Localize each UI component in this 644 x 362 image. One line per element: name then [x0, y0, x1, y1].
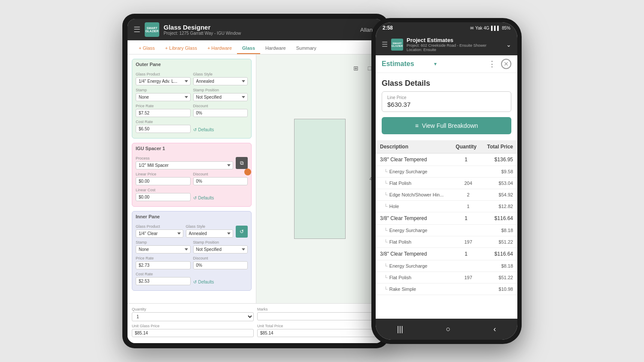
- table-cell-quantity: 204: [451, 178, 481, 189]
- line-price-box: Line Price $630.37: [382, 91, 511, 112]
- table-row: └Flat Polish197$51.22: [376, 272, 517, 284]
- table-cell-description: └Flat Polish: [376, 178, 451, 189]
- spacer-discount-field: Discount: [193, 172, 248, 185]
- table-row: └Energy Surcharge$8.18: [376, 225, 517, 236]
- spacer-discount-input[interactable]: [193, 177, 248, 185]
- outer-glass-style-label: Glass Style: [193, 72, 248, 76]
- inner-price-rate-label: Price Rate: [136, 256, 191, 260]
- bottom-unit-glass-input[interactable]: [132, 329, 254, 337]
- inner-price-rate-input[interactable]: [136, 261, 191, 269]
- bottom-marks-input[interactable]: [257, 312, 379, 320]
- tablet-app-title: Glass Designer Project: 1275 Garratt Way…: [164, 24, 356, 36]
- table-row: └Rake Simple$10.98: [376, 284, 517, 295]
- outer-glass-product-select[interactable]: 1/4" Energy Adv. L...: [136, 77, 191, 85]
- outer-cost-rate-input[interactable]: [136, 125, 191, 133]
- phone-app-header: ☰ SMART GLAZIER Project Estimates Projec…: [376, 33, 517, 55]
- breakdown-list-icon: ≡: [415, 122, 419, 129]
- spacer-process-select[interactable]: 1/2" Mill Spacer: [136, 161, 233, 169]
- tab-hardware[interactable]: Hardware: [260, 43, 291, 54]
- table-cell-quantity: 1: [451, 154, 481, 166]
- bottom-row-2: Unit Glass Price Unit Total Price: [132, 324, 379, 337]
- outer-stamp-select[interactable]: None: [136, 93, 191, 101]
- hamburger-icon[interactable]: ☰: [134, 25, 140, 34]
- table-cell-quantity: 1: [451, 201, 481, 212]
- spacer-linear-price-label: Linear Price: [136, 172, 191, 176]
- col-description-header: Description: [376, 140, 451, 154]
- close-button[interactable]: ✕: [501, 59, 511, 69]
- tablet-right-panel: ⊞ □ 46: [256, 54, 383, 303]
- table-cell-quantity: [451, 166, 481, 178]
- spacer-linear-price-input[interactable]: [136, 177, 191, 185]
- toolbar-dots-icon[interactable]: ⋮: [488, 59, 496, 69]
- tablet-content: Outer Pane Glass Product 1/4" Energy Adv…: [128, 54, 383, 303]
- glass-preview: [294, 119, 346, 239]
- glass-details-title: Glass Details: [382, 79, 511, 88]
- app-main-title: Glass Designer: [164, 24, 356, 31]
- bottom-unit-total-input[interactable]: [257, 329, 379, 337]
- outer-stamp-label: Stamp: [136, 88, 191, 92]
- outer-price-rate-field: Price Rate: [136, 104, 191, 117]
- inner-price-row: Price Rate Discount: [136, 256, 248, 269]
- table-row: └Flat Polish197$51.22: [376, 236, 517, 248]
- bottom-quantity-label: Quantity: [132, 307, 254, 311]
- table-row: 3/8" Clear Tempered1$116.64: [376, 212, 517, 225]
- inner-glass-style-field: Glass Style Annealed: [186, 224, 234, 238]
- tab-glass-1[interactable]: + Glass: [134, 43, 160, 54]
- inner-glass-product-select[interactable]: 1/4" Clear: [136, 229, 183, 238]
- igu-spacer-header: IGU Spacer 1: [132, 143, 251, 154]
- tab-summary[interactable]: Summary: [291, 43, 322, 54]
- copy-icon[interactable]: ⧉: [236, 157, 248, 169]
- bottom-quantity-select[interactable]: 1: [132, 312, 254, 321]
- nav-bar-back-button[interactable]: ‹: [485, 323, 504, 335]
- inner-stamp-field: Stamp None: [136, 240, 191, 253]
- phone-status-bar: 2:58 ✉ Yak 4G ▌▌▌ 85%: [376, 22, 517, 33]
- inner-defaults-button[interactable]: ↺ Defaults: [193, 279, 214, 285]
- tab-library-glass[interactable]: + Library Glass: [160, 43, 202, 54]
- spacer-linear-cost-field: Linear Cost: [136, 188, 191, 201]
- outer-glass-style-select[interactable]: Annealed: [193, 77, 248, 85]
- outer-pane-header: Outer Pane: [132, 59, 251, 69]
- inner-glass-style-label: Glass Style: [186, 224, 234, 229]
- outer-defaults-button[interactable]: ↺ Defaults: [193, 127, 214, 133]
- inner-cost-rate-input[interactable]: [136, 277, 191, 285]
- outer-stamp-field: Stamp None: [136, 88, 191, 101]
- spacer-linear-cost-input[interactable]: [136, 193, 191, 201]
- view-breakdown-button[interactable]: ≡ View Full Breakdown: [382, 117, 511, 134]
- phone-header-chevron-icon[interactable]: ⌄: [506, 41, 511, 48]
- outer-stamp-position-select[interactable]: Not Specified: [193, 93, 248, 101]
- outer-discount-input[interactable]: [193, 109, 248, 117]
- table-cell-quantity: 2: [451, 189, 481, 201]
- phone-screen: 2:58 ✉ Yak 4G ▌▌▌ 85% ☰ SMART GLAZIER Pr…: [376, 22, 517, 340]
- inner-glass-style-select[interactable]: Annealed: [186, 229, 234, 238]
- inner-refresh-icon[interactable]: ↺: [236, 226, 248, 238]
- preview-icon-1[interactable]: ⊞: [351, 63, 361, 73]
- bottom-unit-total-field: Unit Total Price: [257, 324, 379, 337]
- tab-glass-active[interactable]: Glass: [237, 43, 260, 54]
- phone-hamburger-icon[interactable]: ☰: [382, 40, 388, 48]
- tablet-logo: SMART GLAZIER: [145, 22, 159, 37]
- outer-glass-product-field: Glass Product 1/4" Energy Adv. L...: [136, 72, 191, 85]
- inner-stamp-select[interactable]: None: [136, 245, 191, 253]
- nav-bar-home-button[interactable]: ○: [437, 323, 459, 335]
- table-cell-total-price: $9.58: [481, 166, 517, 178]
- inner-glass-row: Glass Product 1/4" Clear Glass Style Ann…: [136, 224, 248, 238]
- table-cell-quantity: [451, 284, 481, 295]
- inner-cost-row: Cost Rate ↺ Defaults: [136, 272, 248, 285]
- estimates-chevron-icon[interactable]: ▾: [434, 61, 437, 67]
- inner-stamp-position-select[interactable]: Not Specified: [193, 245, 248, 253]
- inner-discount-input[interactable]: [193, 261, 248, 269]
- battery-icon: 85%: [502, 26, 510, 30]
- outer-price-rate-label: Price Rate: [136, 104, 191, 108]
- tab-hardware-add[interactable]: + Hardware: [202, 43, 237, 54]
- bottom-unit-glass-label: Unit Glass Price: [132, 324, 254, 328]
- sub-indicator-icon: └: [384, 239, 388, 244]
- spacer-defaults-button[interactable]: ↺ Defaults: [193, 195, 214, 201]
- nav-bar-recent-apps-button[interactable]: |||: [389, 323, 412, 335]
- table-cell-total-price: $51.22: [481, 272, 517, 284]
- phone-content[interactable]: Glass Details Line Price $630.37 ≡ View …: [376, 73, 517, 319]
- table-cell-quantity: [451, 260, 481, 272]
- table-cell-total-price: $8.18: [481, 225, 517, 236]
- outer-price-rate-input[interactable]: [136, 109, 191, 117]
- bottom-marks-field: Marks: [257, 307, 379, 321]
- bottom-quantity-field: Quantity 1: [132, 307, 254, 321]
